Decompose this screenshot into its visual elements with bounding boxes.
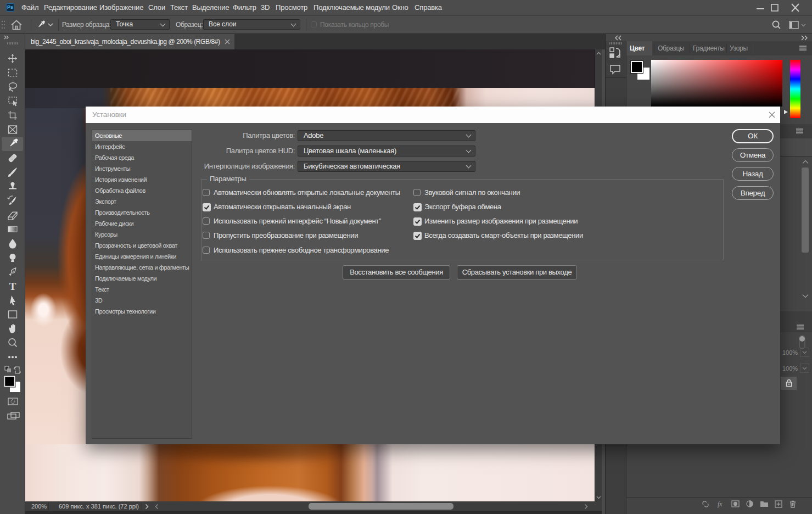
svg-text:T: T [9,281,16,292]
svg-text:fx: fx [718,500,723,508]
